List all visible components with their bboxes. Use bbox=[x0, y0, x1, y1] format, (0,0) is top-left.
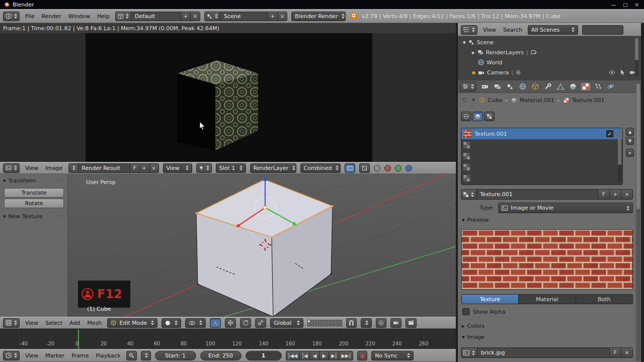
tab-world[interactable] bbox=[517, 81, 529, 92]
outliner-item-world[interactable]: World bbox=[478, 57, 503, 67]
current-frame-field[interactable]: 1 bbox=[246, 351, 282, 360]
menu-search[interactable]: Search bbox=[502, 27, 524, 33]
preview-texture-tab[interactable]: Texture bbox=[461, 294, 519, 304]
snap-element-dropdown[interactable] bbox=[361, 318, 372, 328]
menu-image[interactable]: Image bbox=[44, 165, 64, 171]
mode-dropdown[interactable]: Edit Mode bbox=[107, 318, 157, 328]
auto-keyframe-record-button[interactable]: ● bbox=[357, 351, 367, 360]
menu-mesh[interactable]: Mesh bbox=[86, 320, 103, 326]
texture-name-field[interactable]: Texture.001 bbox=[476, 189, 598, 200]
preview-panel-header[interactable]: ▾ Preview bbox=[462, 217, 633, 223]
tab-render[interactable] bbox=[479, 81, 491, 92]
menu-add[interactable]: Add bbox=[68, 320, 82, 326]
texture-slot-row-selected[interactable]: Texture.001 ✓ bbox=[461, 128, 622, 139]
texture-slot-row-empty[interactable] bbox=[461, 172, 622, 184]
scene-browse-button[interactable] bbox=[204, 12, 220, 21]
menu-window[interactable]: Window bbox=[67, 13, 92, 20]
menu-view-3d[interactable]: View bbox=[24, 320, 40, 326]
editor-type-button-3dview[interactable] bbox=[3, 318, 20, 328]
image-file-name-field[interactable]: brick.jpg bbox=[477, 347, 610, 358]
texture-browse-button[interactable] bbox=[461, 189, 476, 200]
jump-to-end-button[interactable]: ▶▶| bbox=[339, 351, 353, 360]
image-new-button[interactable]: + bbox=[139, 163, 149, 173]
next-keyframe-button[interactable]: ▶| bbox=[329, 351, 339, 360]
image-file-browse-button[interactable] bbox=[461, 347, 477, 358]
orientation-dropdown[interactable]: Global bbox=[270, 318, 303, 328]
texture-list-scrollbar[interactable] bbox=[618, 130, 621, 183]
image-pin-button[interactable] bbox=[196, 163, 212, 173]
outliner-item-label[interactable]: Scene bbox=[477, 39, 494, 46]
viewport-3d[interactable]: User Persp F12 (1) Cube bbox=[68, 174, 458, 317]
outliner-item-label[interactable]: RenderLayers bbox=[486, 49, 524, 56]
tab-object[interactable] bbox=[529, 81, 541, 92]
outliner-filter-input[interactable] bbox=[582, 25, 623, 35]
viewport-shading-dropdown[interactable] bbox=[162, 318, 181, 328]
keying-set-button[interactable] bbox=[126, 351, 137, 360]
menu-file[interactable]: File bbox=[24, 13, 36, 20]
menu-render[interactable]: Render bbox=[40, 13, 62, 20]
outliner-item-label[interactable]: Camera bbox=[487, 69, 509, 76]
snap-toggle-button[interactable] bbox=[346, 318, 357, 328]
channel-luma-toggle[interactable] bbox=[374, 165, 380, 171]
breadcrumb-history-icon[interactable] bbox=[462, 97, 468, 103]
tab-modifiers[interactable] bbox=[542, 81, 554, 92]
menu-playback[interactable]: Playback bbox=[94, 352, 122, 359]
transform-panel-header[interactable]: ▾ Transform ∷∷ bbox=[0, 174, 67, 186]
image-browse-button[interactable] bbox=[68, 163, 78, 173]
pivot-point-dropdown[interactable] bbox=[185, 318, 206, 328]
channel-blue-toggle[interactable] bbox=[406, 165, 412, 171]
texture-slot-row-empty[interactable] bbox=[461, 150, 622, 161]
image-file-unlink-button[interactable]: × bbox=[621, 347, 633, 358]
render-opengl-anim-button[interactable] bbox=[406, 318, 417, 328]
jump-to-start-button[interactable]: |◀◀ bbox=[286, 351, 300, 360]
manipulator-rotate-button[interactable] bbox=[240, 318, 251, 328]
menu-help[interactable]: Help bbox=[96, 13, 111, 20]
slot-dropdown[interactable]: Slot 1 bbox=[216, 163, 246, 173]
sync-mode-dropdown[interactable]: No Sync bbox=[371, 351, 414, 360]
tab-render-layers[interactable] bbox=[492, 81, 504, 92]
channel-green-toggle[interactable] bbox=[395, 165, 401, 171]
render-pass-dropdown[interactable]: Combined bbox=[300, 163, 341, 173]
outliner-item-label[interactable]: World bbox=[487, 59, 503, 66]
screen-layout-delete-button[interactable]: × bbox=[190, 12, 200, 21]
menu-frame[interactable]: Frame bbox=[70, 352, 90, 359]
current-frame-playhead[interactable] bbox=[78, 329, 79, 349]
scene-name[interactable]: Scene bbox=[220, 12, 268, 21]
editor-type-button-info[interactable] bbox=[3, 12, 20, 21]
scene-add-button[interactable]: + bbox=[268, 12, 278, 21]
editor-type-button-properties[interactable] bbox=[460, 82, 476, 92]
world-texture-toggle[interactable] bbox=[461, 112, 471, 121]
manipulator-scale-button[interactable] bbox=[255, 318, 266, 328]
texture-enable-checkbox[interactable]: ✓ bbox=[606, 130, 613, 137]
editor-type-button-image[interactable] bbox=[3, 163, 20, 173]
render-layer-dropdown[interactable]: RenderLayer bbox=[250, 163, 296, 173]
show-alpha-checkbox[interactable] bbox=[462, 308, 469, 315]
tab-physics[interactable] bbox=[605, 81, 617, 92]
breadcrumb-object[interactable]: Cube bbox=[488, 97, 502, 104]
outliner-scrollbar[interactable] bbox=[635, 38, 638, 76]
window-close-button[interactable]: × bbox=[635, 2, 639, 8]
menu-view-image-editor[interactable]: View bbox=[24, 165, 40, 171]
texture-slot-row-empty[interactable] bbox=[461, 139, 622, 150]
tab-texture[interactable] bbox=[580, 81, 592, 92]
frame-end-field[interactable]: End: 250 bbox=[200, 351, 242, 360]
texture-new-button[interactable]: + bbox=[609, 189, 621, 200]
window-maximize-button[interactable]: □ bbox=[623, 2, 627, 8]
menu-select[interactable]: Select bbox=[44, 320, 64, 326]
texture-unlink-button[interactable]: × bbox=[621, 189, 633, 200]
new-texture-panel-header[interactable]: ▾ New Texture ∷∷ bbox=[0, 208, 67, 222]
slot-move-down-button[interactable]: ▼ bbox=[626, 137, 634, 145]
frame-start-field[interactable]: Start: 1 bbox=[155, 351, 196, 360]
screen-layout-browse-button[interactable] bbox=[115, 12, 131, 21]
tab-object-data[interactable] bbox=[554, 81, 567, 92]
uv-image-editor[interactable] bbox=[0, 33, 458, 162]
screen-layout-name[interactable]: Default bbox=[131, 12, 181, 21]
visibility-eye-icon[interactable] bbox=[609, 70, 615, 75]
layers-widget[interactable] bbox=[307, 320, 342, 326]
breadcrumb-texture[interactable]: Texture.001 bbox=[572, 97, 605, 104]
image-fake-user-button[interactable]: F bbox=[130, 163, 140, 173]
render-engine-dropdown[interactable]: Blender Render bbox=[291, 12, 346, 21]
previous-keyframe-button[interactable]: |◀ bbox=[299, 351, 310, 360]
keying-set-menu-button[interactable] bbox=[141, 351, 151, 360]
editor-type-button-timeline[interactable] bbox=[3, 351, 20, 360]
